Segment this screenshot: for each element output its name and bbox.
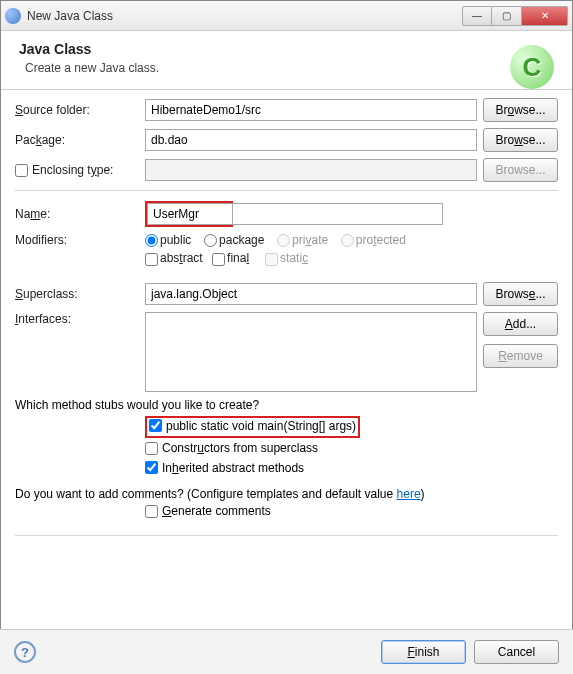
comments-section: Do you want to add comments? (Configure … (15, 487, 558, 521)
modifier-private: private (277, 233, 328, 247)
package-row: Package: Browse... (15, 128, 558, 152)
banner-subtitle: Create a new Java class. (25, 61, 554, 75)
comments-question-pre: Do you want to add comments? (Configure … (15, 487, 397, 501)
name-input[interactable] (147, 203, 233, 225)
name-input-ext[interactable] (233, 203, 443, 225)
radio-protected (341, 234, 354, 247)
browse-source-button[interactable]: Browse... (483, 98, 558, 122)
interfaces-listbox[interactable] (145, 312, 477, 392)
maximize-button[interactable]: ▢ (492, 6, 522, 26)
radio-private (277, 234, 290, 247)
enclosing-type-checkbox-label[interactable]: Enclosing type: (15, 163, 145, 177)
source-folder-label: Source folder: (15, 103, 145, 117)
method-stubs-section: Which method stubs would you like to cre… (15, 398, 558, 478)
superclass-input[interactable] (145, 283, 477, 305)
modifiers-visibility: public package private protected (145, 233, 558, 247)
finish-button[interactable]: Finish (381, 640, 466, 664)
separator-2 (15, 535, 558, 536)
enclosing-label-text: Enclosing type: (32, 163, 113, 177)
window-controls: — ▢ ✕ (462, 6, 568, 26)
modifier-protected: protected (341, 233, 406, 247)
generate-comments-label[interactable]: Generate comments (145, 504, 271, 518)
browse-package-button[interactable]: Browse... (483, 128, 558, 152)
name-label: Name: (15, 207, 145, 221)
modifier-package[interactable]: package (204, 233, 264, 247)
source-folder-input[interactable] (145, 99, 477, 121)
remove-interface-button: Remove (483, 344, 558, 368)
cancel-button[interactable]: Cancel (474, 640, 559, 664)
check-final[interactable] (212, 253, 225, 266)
comments-question-post: ) (421, 487, 425, 501)
form-content: Source folder: Browse... Package: Browse… (1, 90, 572, 536)
configure-templates-link[interactable]: here (397, 487, 421, 501)
stub-constructors-label[interactable]: Constructors from superclass (145, 441, 318, 455)
minimize-button[interactable]: — (462, 6, 492, 26)
package-label: Package: (15, 133, 145, 147)
stub-inherited-checkbox[interactable] (145, 461, 158, 474)
stub-main-checkbox[interactable] (149, 419, 162, 432)
check-abstract[interactable] (145, 253, 158, 266)
modifier-abstract[interactable]: abstract (145, 251, 203, 265)
package-input[interactable] (145, 129, 477, 151)
class-icon: C (510, 45, 554, 89)
help-icon[interactable]: ? (14, 641, 36, 663)
modifier-final[interactable]: final (212, 251, 249, 265)
close-button[interactable]: ✕ (522, 6, 568, 26)
separator-1 (15, 190, 558, 191)
radio-public[interactable] (145, 234, 158, 247)
banner: Java Class Create a new Java class. C (1, 31, 572, 90)
modifiers-other: abstract final static (145, 251, 558, 265)
enclosing-row: Enclosing type: Browse... (15, 158, 558, 182)
modifiers-label: Modifiers: (15, 233, 145, 247)
interfaces-row: Interfaces: Add... Remove (15, 312, 558, 392)
browse-superclass-button[interactable]: Browse... (483, 282, 558, 306)
superclass-row: Superclass: Browse... (15, 282, 558, 306)
check-static (265, 253, 278, 266)
radio-package[interactable] (204, 234, 217, 247)
browse-enclosing-button: Browse... (483, 158, 558, 182)
eclipse-icon (5, 8, 21, 24)
generate-comments-checkbox[interactable] (145, 505, 158, 518)
name-row: Name: (15, 201, 558, 227)
banner-heading: Java Class (19, 41, 554, 57)
superclass-label: Superclass: (15, 287, 145, 301)
enclosing-type-input (145, 159, 477, 181)
footer: ? Finish Cancel (0, 629, 573, 674)
stub-constructors-checkbox[interactable] (145, 442, 158, 455)
titlebar: New Java Class — ▢ ✕ (1, 1, 572, 31)
interfaces-label: Interfaces: (15, 312, 145, 326)
modifier-public[interactable]: public (145, 233, 191, 247)
modifier-static: static (265, 251, 308, 265)
stub-inherited-label[interactable]: Inherited abstract methods (145, 461, 304, 475)
modifiers-row: Modifiers: public package private protec… (15, 233, 558, 266)
window-title: New Java Class (27, 9, 462, 23)
add-interface-button[interactable]: Add... (483, 312, 558, 336)
source-folder-row: Source folder: Browse... (15, 98, 558, 122)
stub-main-label[interactable]: public static void main(String[] args) (149, 419, 356, 433)
enclosing-type-checkbox[interactable] (15, 164, 28, 177)
stubs-question: Which method stubs would you like to cre… (15, 398, 558, 412)
